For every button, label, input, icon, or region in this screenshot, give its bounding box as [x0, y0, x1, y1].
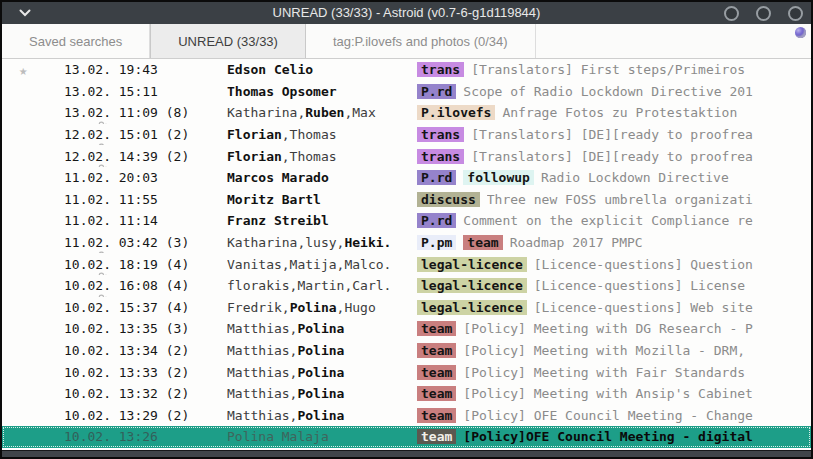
thread-list-item[interactable]: 10.02. 13:33 (2) Matthias,Polina team[Po… [2, 361, 811, 383]
thread-subject: Scope of Radio Lockdown Directive 201 [463, 84, 753, 99]
thread-list-item[interactable]: 12.02. 15:01 (2) Florian,Thomas trans[Tr… [2, 124, 811, 146]
tag-badge: team [417, 386, 456, 401]
tag-badge: legal-licence [417, 257, 527, 272]
window-circle-button-3[interactable] [788, 6, 803, 21]
thread-list-item[interactable]: 10.02. 13:29 (2) Matthias,Polina team[Po… [2, 405, 811, 427]
tag-badge: P.rd [417, 84, 456, 99]
thread-tags-and-subject: P.ilovefsAnfrage Fotos zu Protestaktion [417, 105, 811, 120]
thread-authors: Matthias,Polina [227, 343, 417, 358]
row-flag-column [2, 405, 64, 427]
thread-tags-and-subject: team[Policy] Meeting with Mozilla - DRM, [417, 343, 811, 358]
tag-badge: discuss [417, 192, 480, 207]
thread-authors: Florian,Thomas [227, 127, 417, 142]
thread-subject: [Policy] OFE Council Meeting - Change [463, 408, 753, 423]
row-flag-column [2, 145, 64, 167]
thread-date: 13.02. 15:11 [64, 84, 227, 99]
thread-subject: [Policy]OFE Council Meeting - digital [463, 429, 753, 444]
row-flag-column [2, 102, 64, 124]
thread-list-item[interactable]: 13.02. 15:11 Thomas Opsomer P.rdScope of… [2, 81, 811, 103]
thread-subject: Anfrage Fotos zu Protestaktion [502, 105, 737, 120]
thread-tags-and-subject: legal-licence[Licence-questions] License [417, 278, 811, 293]
tag-badge: legal-licence [417, 278, 527, 293]
thread-authors: Katharina,Ruben,Max [227, 105, 417, 120]
thread-list-item[interactable]: 10.02. 18:19 (4) Vanitas,Matija,Malco. l… [2, 253, 811, 275]
thread-tags-and-subject: legal-licence[Licence-questions] Questio… [417, 257, 811, 272]
row-flag-column [2, 81, 64, 103]
thread-authors: Thomas Opsomer [227, 84, 417, 99]
thread-authors: Matthias,Polina [227, 408, 417, 423]
title-bar: UNREAD (33/33) - Astroid (v0.7-6-g1d1198… [2, 2, 811, 24]
thread-authors: Matthias,Polina [227, 321, 417, 336]
thread-list-item[interactable]: 11.02. 11:55 Moritz Bartl discussThree n… [2, 189, 811, 211]
row-flag-column [2, 340, 64, 362]
thread-date: 10.02. 13:32 (2) [64, 386, 227, 401]
tag-badge: trans [417, 127, 464, 142]
globe-icon [795, 27, 806, 38]
thread-subject: [Translators] [DE][ready to proofrea [471, 127, 753, 142]
thread-authors: florakis,Martin,Carl. [227, 278, 417, 293]
row-flag-column [2, 426, 64, 448]
thread-date: 11.02. 11:14 [64, 213, 227, 228]
thread-date: 11.02. 20:03 [64, 170, 227, 185]
thread-subject: Roadmap 2017 PMPC [510, 235, 643, 250]
paperclip-icon [34, 128, 108, 146]
chevron-down-icon[interactable] [19, 9, 31, 17]
thread-authors: Matthias,Polina [227, 386, 417, 401]
row-flag-column [2, 383, 64, 405]
thread-list-item[interactable]: 11.02. 03:42 (3) Katharina,lusy,Heiki. P… [2, 232, 811, 254]
window-circle-button-1[interactable] [724, 6, 739, 21]
tab-saved-searches[interactable]: Saved searches [2, 24, 150, 58]
row-flag-column [2, 232, 64, 254]
star-icon: ★ [19, 60, 27, 81]
thread-subject: [Policy] Meeting with Mozilla - DRM, [463, 343, 745, 358]
thread-authors: Marcos Marado [227, 170, 417, 185]
thread-list-item[interactable]: 12.02. 14:39 (2) Florian,Thomas trans[Tr… [2, 145, 811, 167]
thread-date: 11.02. 11:55 [64, 192, 227, 207]
row-flag-column [2, 297, 64, 319]
thread-list-item[interactable]: 10.02. 13:35 (3) Matthias,Polina team[Po… [2, 318, 811, 340]
window-title: UNREAD (33/33) - Astroid (v0.7-6-g1d1198… [2, 2, 811, 24]
thread-list-item[interactable]: 11.02. 20:03 Marcos Marado P.rdfollowupR… [2, 167, 811, 189]
row-flag-column [2, 275, 64, 297]
thread-list-item[interactable]: 10.02. 13:32 (2) Matthias,Polina team[Po… [2, 383, 811, 405]
thread-authors: Edson Celio [227, 62, 417, 77]
thread-tags-and-subject: team[Policy] OFE Council Meeting - Chang… [417, 408, 811, 423]
thread-tags-and-subject: legal-licence[Licence-questions] Web sit… [417, 300, 811, 315]
window-circle-button-2[interactable] [756, 6, 771, 21]
thread-list-item[interactable]: 13.02. 11:09 (8) Katharina,Ruben,Max P.i… [2, 102, 811, 124]
thread-tags-and-subject: trans[Translators] [DE][ready to proofre… [417, 149, 811, 164]
thread-date: 10.02. 13:29 (2) [64, 408, 227, 423]
row-flag-column [2, 124, 64, 146]
thread-authors: Moritz Bartl [227, 192, 417, 207]
tag-badge: team [417, 321, 456, 336]
thread-date: 10.02. 13:33 (2) [64, 365, 227, 380]
tag-badge: team [417, 408, 456, 423]
thread-tags-and-subject: team[Policy] Meeting with DG Research - … [417, 321, 811, 336]
row-flag-column [2, 253, 64, 275]
thread-authors: Florian,Thomas [227, 149, 417, 164]
tag-badge: P.rd [417, 170, 456, 185]
thread-tags-and-subject: P.rdScope of Radio Lockdown Directive 20… [417, 84, 811, 99]
tag-badge: team [417, 429, 456, 444]
thread-list-item[interactable]: 10.02. 13:34 (2) Matthias,Polina team[Po… [2, 340, 811, 362]
tag-badge: P.rd [417, 213, 456, 228]
thread-date: 10.02. 13:35 (3) [64, 321, 227, 336]
row-flag-column [2, 318, 64, 340]
tab-tag-search[interactable]: tag:P.ilovefs and photos (0/34) [306, 24, 536, 58]
row-flag-column: ★ [2, 59, 64, 81]
thread-list-item[interactable]: 10.02. 13:26 Polina Malaja team[Policy]O… [2, 426, 811, 448]
tag-badge: legal-licence [417, 300, 527, 315]
paperclip-icon [34, 257, 108, 275]
thread-subject: Comment on the explicit Compliance re [463, 213, 753, 228]
thread-list-item[interactable]: 11.02. 11:14 Franz Streibl P.rdComment o… [2, 210, 811, 232]
tab-unread[interactable]: UNREAD (33/33) [150, 24, 306, 58]
thread-list-item[interactable]: ★ 13.02. 19:43 Edson Celio trans[Transla… [2, 59, 811, 81]
row-flag-column [2, 210, 64, 232]
thread-subject: [Licence-questions] Web site [534, 300, 753, 315]
thread-list-item[interactable]: 10.02. 15:37 (4) Fredrik,Polina,Hugo leg… [2, 297, 811, 319]
thread-list-item[interactable]: 10.02. 16:08 (4) florakis,Martin,Carl. l… [2, 275, 811, 297]
thread-date: 13.02. 19:43 [64, 62, 227, 77]
tag-badge: trans [417, 149, 464, 164]
row-flag-column [2, 189, 64, 211]
thread-authors: Fredrik,Polina,Hugo [227, 300, 417, 315]
